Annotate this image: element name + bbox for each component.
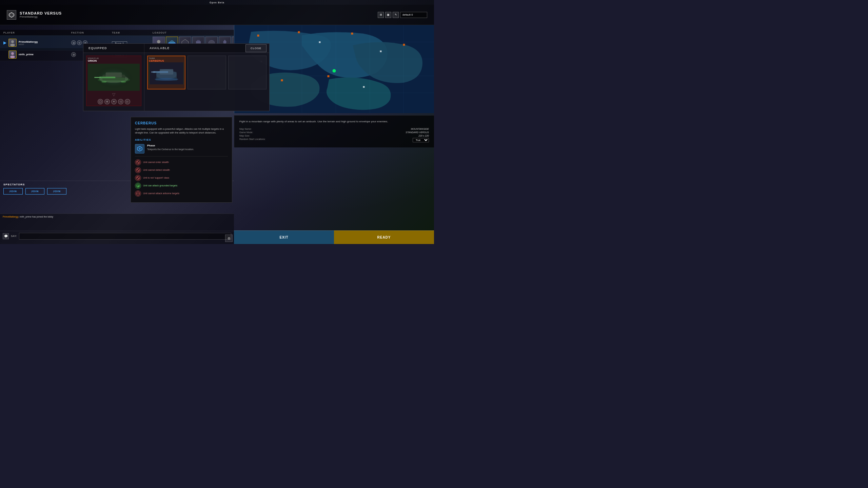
cerberus-name-card: CERBERUS [149,59,184,62]
svg-point-48 [136,192,140,195]
game-mode-label: Game Mode: [239,131,253,134]
header: STANDARD VERSUS PrimeMattergg ⊞ ▦ ✎ [0,5,434,25]
svg-point-18 [11,52,14,55]
svg-point-28 [101,81,106,83]
top-bar-title: Open Beta [210,1,224,4]
svg-rect-26 [94,77,101,78]
player-2-name: nirth_prime [19,53,34,56]
map-size-value: 220 x 220 [418,135,429,137]
header-info: STANDARD VERSUS PrimeMattergg [20,11,62,18]
svg-rect-63 [403,44,405,46]
svg-rect-47 [137,185,139,187]
header-title: STANDARD VERSUS [20,11,62,15]
chat-text: : nirth_prime has joined the lobby [18,216,53,218]
ability-icon-3: ✦ [111,99,117,104]
ability-phase: Phase Teleports the Cerberus to the targ… [135,144,228,157]
cerberus-image [149,62,184,84]
game-logo [7,10,16,20]
join-button-2[interactable]: JOIN [25,188,45,195]
constraint-text-1: Unit cannot enter stealth [143,161,169,163]
svg-line-43 [137,169,139,171]
preset-input[interactable] [400,12,427,18]
top-bar: Open Beta [0,0,434,5]
svg-rect-13 [197,40,200,41]
join-button-3[interactable]: JOIN [47,188,66,195]
close-button[interactable]: CLOSE [245,44,267,52]
equipped-label: EQUIPPED [83,44,144,53]
faction-icon-2: ▽ [77,40,82,45]
equipped-abilities-icons: ◯ ⊕ ✦ ◁ ▷ [88,99,140,104]
ability-icon-2: ⊕ [104,99,110,104]
svg-point-4 [157,40,160,43]
edit-icon[interactable]: ✎ [393,12,399,18]
constraint-icon-2 [135,167,141,173]
constraint-icon-5 [135,190,141,197]
constraint-icon-3 [135,175,141,181]
constraint-icon-4 [135,183,141,189]
phase-name: Phase [147,144,194,147]
constraint-text-3: Unit is not 'support' class [143,177,169,179]
ability-icon-5: ▷ [125,99,130,104]
random-start-label: Random Start Locations: [239,138,265,142]
equipment-modal: EQUIPPED AVAILABLE CLOSE VEHICLE ORION [83,43,270,111]
available-panel: TANK CERBERUS [144,53,269,111]
svg-rect-64 [328,75,330,77]
chat-username: PrimeMattergg [3,216,18,218]
svg-line-45 [137,177,139,179]
cerberus-description: Light tank equipped with a powerful rail… [135,127,228,135]
svg-point-19 [10,56,15,58]
svg-rect-62 [351,33,353,35]
ready-button[interactable]: READY [334,230,434,244]
svg-rect-68 [319,41,321,43]
grid-icon[interactable]: ▦ [385,12,391,18]
svg-rect-61 [298,31,300,33]
eq-header: EQUIPPED AVAILABLE CLOSE [83,44,269,53]
join-button-1[interactable]: JOIN [3,188,23,195]
player-1-cell: ▶ PrimeMattergg HOST [3,39,71,47]
ability-icon-1: ◯ [98,99,103,104]
cerberus-tooltip: CERBERUS Light tank equipped with a powe… [131,117,232,203]
svg-rect-24 [106,73,122,77]
constraint-text-5: Unit cannot attack airborne targets [143,192,179,195]
svg-rect-34 [151,72,155,73]
player-2-info: nirth_prime [19,53,34,56]
chat-log: PrimeMattergg: nirth_prime has joined th… [0,214,234,231]
constraint-text-4: Unit can attack grounded targets [143,184,177,187]
player-1-info: PrimeMattergg HOST [19,40,38,45]
player-2-arrow-spacer: ▶ [3,52,6,57]
constraint-icon-1 [135,159,141,165]
chat-input[interactable] [19,233,231,240]
exit-button[interactable]: EXIT [234,230,334,244]
available-label: AVAILABLE [144,44,245,53]
player-1-avatar [8,39,17,47]
random-start-select[interactable]: True False [413,138,429,142]
cerberus-tooltip-name: CERBERUS [135,121,228,125]
constraint-attack-grounded: Unit can attack grounded targets [135,183,228,189]
player-2-cell: ▶ nirth_prime [3,50,71,59]
say-label: SAY: [11,235,17,238]
col-faction: FACTION [71,32,112,34]
header-controls: ⊞ ▦ ✎ [378,12,427,18]
svg-rect-69 [380,50,382,52]
game-mode-value: STANDARD VERSUS [406,131,429,134]
settings-icon[interactable]: ⚙ [225,235,233,242]
svg-rect-65 [281,79,283,81]
svg-point-2 [11,40,14,43]
constraint-stealth-enter: Unit cannot enter stealth [135,159,228,165]
constraint-support-class: Unit is not 'support' class [135,175,228,181]
map-name-row: Map Name: MOUNTAINSIDE [239,128,429,130]
equipped-panel: VEHICLE ORION [83,53,144,111]
layout-icon[interactable]: ⊞ [378,12,384,18]
chat-message-1: PrimeMattergg: nirth_prime has joined th… [3,215,231,219]
player-2-faction-icon: ◎ [71,52,76,57]
svg-rect-60 [257,35,259,37]
abilities-title: ABILITIES [135,138,228,141]
chat-section: PrimeMattergg: nirth_prime has joined th… [0,214,234,244]
available-card-cerberus[interactable]: TANK CERBERUS [147,56,185,89]
equipped-card: VEHICLE ORION [86,56,141,106]
svg-point-29 [121,81,126,83]
ability-icon-4: ◁ [118,99,123,104]
svg-point-37 [156,69,177,80]
col-player: PLAYER [3,32,71,34]
eq-body: VEHICLE ORION [83,53,269,111]
